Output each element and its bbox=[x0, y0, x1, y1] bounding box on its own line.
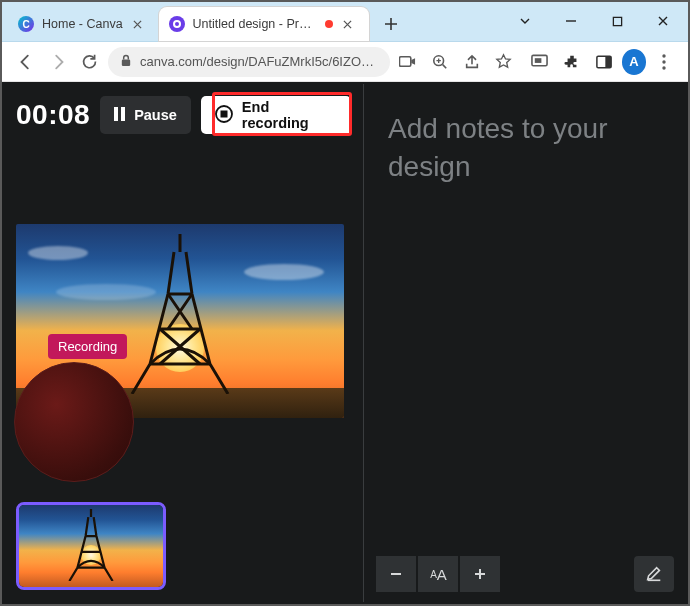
close-icon[interactable] bbox=[341, 17, 355, 31]
tab-label: Home - Canva bbox=[42, 17, 123, 31]
browser-toolbar: canva.com/design/DAFuZMrkI5c/6IZOHI… A bbox=[2, 42, 688, 82]
camera-bubble[interactable] bbox=[14, 362, 134, 482]
tab-label: Untitled design - Prese bbox=[193, 17, 317, 31]
eiffel-tower-graphic bbox=[120, 234, 240, 394]
maximize-button[interactable] bbox=[594, 6, 640, 36]
browser-tab-home-canva[interactable]: C Home - Canva bbox=[8, 7, 159, 41]
svg-rect-9 bbox=[605, 56, 611, 68]
stop-recording-icon bbox=[215, 105, 233, 126]
nav-forward-button[interactable] bbox=[44, 47, 72, 77]
profile-avatar[interactable]: A bbox=[622, 49, 646, 75]
slide-thumbnail-1[interactable] bbox=[16, 502, 166, 590]
tab-strip: C Home - Canva Untitled design - Prese bbox=[2, 2, 405, 41]
svg-rect-7 bbox=[535, 58, 542, 63]
notes-placeholder-text[interactable]: Add notes to your design bbox=[364, 84, 686, 186]
pause-button[interactable]: Pause bbox=[100, 96, 191, 134]
decrease-text-size-button[interactable] bbox=[376, 556, 416, 592]
pause-icon bbox=[114, 107, 125, 124]
share-icon[interactable] bbox=[458, 47, 486, 77]
canva-favicon: C bbox=[18, 16, 34, 32]
svg-rect-13 bbox=[114, 107, 118, 121]
recording-controls: 00:08 Pause End recording bbox=[4, 84, 363, 134]
url-text: canva.com/design/DAFuZMrkI5c/6IZOHI… bbox=[140, 54, 378, 69]
svg-rect-3 bbox=[122, 59, 130, 65]
reload-button[interactable] bbox=[76, 47, 104, 77]
end-recording-label: End recording bbox=[242, 99, 337, 131]
lock-icon bbox=[120, 54, 132, 70]
svg-point-1 bbox=[175, 22, 179, 26]
recording-pane: 00:08 Pause End recording bbox=[4, 84, 364, 602]
canva-design-favicon bbox=[169, 16, 185, 32]
new-tab-button[interactable] bbox=[377, 10, 405, 38]
close-window-button[interactable] bbox=[640, 6, 686, 36]
screen-overlay-icon[interactable] bbox=[526, 47, 554, 77]
recording-indicator-icon bbox=[325, 20, 333, 28]
edit-notes-button[interactable] bbox=[634, 556, 674, 592]
dropdown-icon[interactable] bbox=[502, 6, 548, 36]
minimize-button[interactable] bbox=[548, 6, 594, 36]
recording-timer: 00:08 bbox=[16, 99, 90, 131]
text-size-controls: AA bbox=[376, 556, 500, 592]
notes-pane: Add notes to your design AA bbox=[364, 84, 686, 602]
pause-label: Pause bbox=[134, 107, 177, 123]
svg-point-12 bbox=[662, 66, 665, 69]
window-controls bbox=[502, 6, 686, 36]
svg-rect-4 bbox=[400, 57, 411, 66]
svg-point-10 bbox=[662, 54, 665, 57]
canva-recording-app: 00:08 Pause End recording bbox=[4, 84, 686, 602]
bookmark-star-icon[interactable] bbox=[490, 47, 518, 77]
address-bar[interactable]: canva.com/design/DAFuZMrkI5c/6IZOHI… bbox=[108, 47, 390, 77]
svg-rect-14 bbox=[121, 107, 125, 121]
svg-rect-2 bbox=[613, 17, 621, 25]
end-recording-button[interactable]: End recording bbox=[201, 96, 351, 134]
svg-point-11 bbox=[662, 60, 665, 63]
recording-badge: Recording bbox=[48, 334, 127, 359]
text-size-indicator[interactable]: AA bbox=[418, 556, 458, 592]
svg-rect-16 bbox=[220, 110, 227, 117]
camera-permission-icon[interactable] bbox=[394, 47, 422, 77]
browser-tab-untitled-design[interactable]: Untitled design - Prese bbox=[159, 7, 369, 41]
sidepanel-icon[interactable] bbox=[590, 47, 618, 77]
close-icon[interactable] bbox=[131, 17, 145, 31]
extensions-icon[interactable] bbox=[558, 47, 586, 77]
increase-text-size-button[interactable] bbox=[460, 556, 500, 592]
nav-back-button[interactable] bbox=[12, 47, 40, 77]
window-titlebar: C Home - Canva Untitled design - Prese bbox=[2, 2, 688, 42]
kebab-menu-icon[interactable] bbox=[650, 47, 678, 77]
zoom-icon[interactable] bbox=[426, 47, 454, 77]
